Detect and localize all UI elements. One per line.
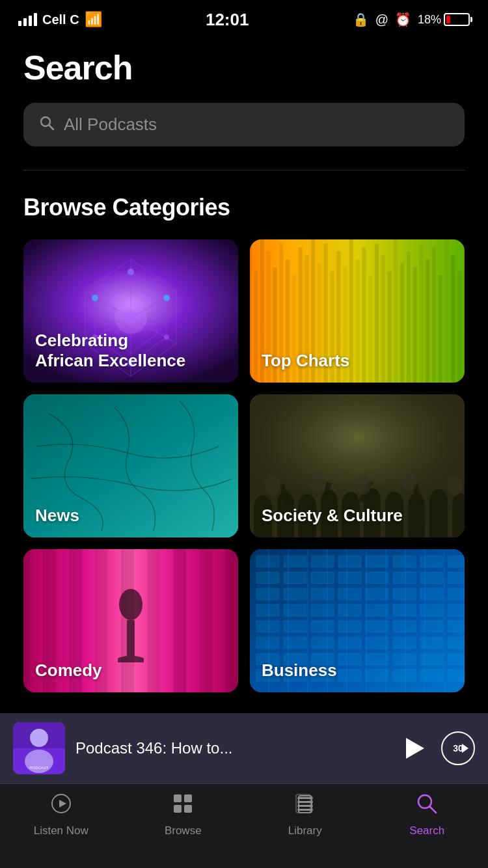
hotspot-icon: @ — [375, 12, 388, 27]
tab-label-browse: Browse — [165, 824, 202, 837]
svg-rect-105 — [127, 620, 135, 659]
skip-forward-button[interactable]: 30 — [441, 731, 475, 765]
svg-rect-164 — [448, 653, 465, 665]
svg-rect-142 — [284, 621, 306, 632]
divider — [23, 170, 465, 170]
status-left: Cell C 📶 — [18, 11, 102, 28]
svg-rect-47 — [394, 239, 398, 383]
svg-rect-116 — [448, 556, 465, 567]
svg-rect-139 — [420, 604, 443, 616]
signal-bar-2 — [23, 18, 27, 26]
signal-bar-4 — [34, 13, 37, 26]
svg-rect-169 — [366, 670, 388, 681]
svg-rect-50 — [413, 267, 417, 383]
svg-rect-130 — [393, 588, 416, 600]
svg-rect-182 — [174, 805, 182, 813]
svg-rect-58 — [464, 243, 465, 383]
svg-rect-43 — [368, 275, 372, 383]
tab-label-search: Search — [409, 824, 444, 837]
svg-rect-118 — [284, 572, 306, 584]
svg-rect-110 — [284, 556, 306, 567]
category-card-news[interactable]: News — [23, 394, 238, 537]
category-label-comedy: Comedy — [35, 660, 102, 681]
svg-rect-168 — [338, 670, 361, 681]
svg-rect-167 — [311, 670, 334, 681]
svg-point-12 — [124, 311, 137, 324]
svg-rect-102 — [199, 549, 212, 692]
category-label-business: Business — [262, 660, 337, 681]
svg-rect-46 — [387, 271, 391, 383]
category-card-comedy[interactable]: Comedy — [23, 549, 238, 692]
svg-point-93 — [447, 475, 463, 496]
category-label-charts: Top Charts — [262, 351, 349, 371]
svg-rect-55 — [444, 239, 448, 383]
svg-rect-53 — [432, 247, 436, 383]
svg-rect-41 — [356, 260, 360, 383]
svg-rect-155 — [420, 637, 443, 649]
svg-rect-145 — [366, 621, 388, 632]
sim-icon: 🔒 — [353, 12, 369, 27]
search-placeholder[interactable]: All Podcasts — [64, 115, 157, 135]
tab-label-listen-now: Listen Now — [34, 824, 88, 837]
signal-bar-3 — [29, 16, 32, 26]
category-label-society: Society & Culture — [262, 506, 403, 526]
svg-rect-126 — [284, 588, 306, 600]
svg-rect-181 — [184, 794, 192, 802]
svg-rect-109 — [256, 556, 279, 567]
svg-rect-127 — [311, 588, 334, 600]
svg-rect-119 — [311, 572, 334, 584]
skip-seconds: 30 — [453, 743, 463, 753]
svg-rect-163 — [420, 653, 443, 665]
svg-rect-51 — [419, 243, 423, 383]
svg-rect-136 — [338, 604, 361, 616]
tab-label-library: Library — [288, 824, 322, 837]
svg-rect-180 — [174, 794, 182, 802]
svg-point-14 — [163, 295, 170, 301]
svg-rect-108 — [250, 549, 465, 692]
tab-search[interactable]: Search — [366, 792, 489, 837]
mini-player[interactable]: PODCAST Podcast 346: How to... 30 — [0, 713, 488, 783]
tab-browse[interactable]: Browse — [122, 792, 245, 837]
svg-rect-131 — [420, 588, 443, 600]
svg-line-191 — [430, 807, 436, 813]
categories-grid: Celebrating African Excellence — [23, 239, 465, 692]
svg-rect-82 — [429, 502, 448, 537]
tab-bar: Listen Now Browse Library — [0, 783, 488, 868]
status-bar: Cell C 📶 12:01 🔒 @ ⏰ 18% — [0, 0, 488, 35]
svg-rect-100 — [147, 549, 160, 692]
svg-rect-158 — [284, 653, 306, 665]
svg-rect-141 — [256, 621, 279, 632]
tab-listen-now[interactable]: Listen Now — [0, 792, 122, 837]
category-card-top-charts[interactable]: Top Charts — [250, 239, 465, 383]
svg-rect-134 — [284, 604, 306, 616]
svg-rect-143 — [311, 621, 334, 632]
category-card-african-excellence[interactable]: Celebrating African Excellence — [23, 239, 238, 383]
play-button[interactable] — [400, 734, 428, 763]
svg-rect-120 — [338, 572, 361, 584]
svg-rect-128 — [338, 588, 361, 600]
svg-rect-122 — [393, 572, 416, 584]
svg-rect-161 — [366, 653, 388, 665]
svg-rect-111 — [311, 556, 334, 567]
svg-rect-162 — [393, 653, 416, 665]
svg-rect-166 — [284, 670, 306, 681]
category-label-african: Celebrating African Excellence — [35, 331, 185, 371]
battery-percent: 18% — [418, 13, 441, 27]
svg-rect-140 — [448, 604, 465, 616]
category-card-society[interactable]: Society & Culture — [250, 394, 465, 537]
listen-now-icon — [49, 792, 73, 821]
svg-rect-147 — [420, 621, 443, 632]
svg-rect-123 — [420, 572, 443, 584]
svg-rect-115 — [420, 556, 443, 567]
svg-rect-146 — [393, 621, 416, 632]
svg-rect-135 — [311, 604, 334, 616]
tab-library[interactable]: Library — [244, 792, 366, 837]
search-bar[interactable]: All Podcasts — [23, 103, 465, 146]
svg-rect-95 — [23, 549, 30, 692]
svg-rect-42 — [362, 247, 366, 383]
category-card-business[interactable]: Business — [250, 549, 465, 692]
svg-rect-160 — [338, 653, 361, 665]
svg-point-175 — [30, 729, 48, 747]
svg-rect-103 — [225, 549, 238, 692]
svg-rect-121 — [366, 572, 388, 584]
